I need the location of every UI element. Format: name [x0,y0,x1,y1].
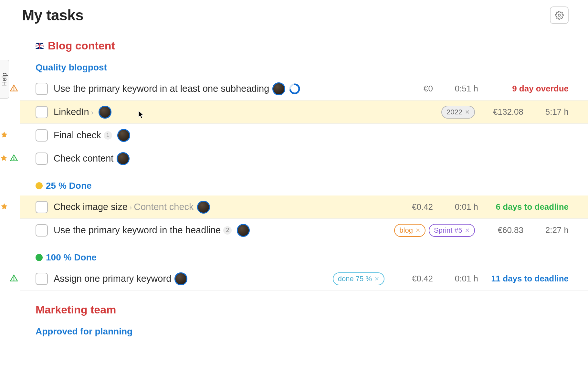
task-cost: €132.08 [488,107,523,117]
task-checkbox[interactable] [36,224,48,237]
task-row[interactable]: Use the primary keyword in at least one … [20,77,588,100]
section-title-label: 100 % Done [46,252,97,263]
task-name[interactable]: Final check [54,130,101,141]
cursor-icon [138,110,144,119]
tag-label: Sprint #5 [434,226,462,235]
section-title[interactable]: Approved for planning [20,326,588,337]
tag-remove-icon[interactable]: ✕ [465,227,470,234]
warning-icon [10,154,18,164]
tag-label: done 75 % [338,275,372,283]
progress-ring [289,83,300,94]
task-name[interactable]: Use the primary keyword in at least one … [54,83,269,94]
task-due: 6 days to deadline [491,202,569,212]
task-row[interactable]: Assign one primary keyworddone 75 %✕€0.4… [20,267,588,290]
gear-icon [555,11,564,20]
flag-icon [36,43,44,49]
assignee-avatar[interactable] [197,201,210,214]
tag[interactable]: done 75 %✕ [333,272,384,285]
task-row[interactable]: Check image size›Content check€0.420:01 … [20,195,588,219]
settings-button[interactable] [550,6,569,24]
tag-remove-icon[interactable]: ✕ [415,227,420,234]
tag-remove-icon[interactable]: ✕ [374,275,379,282]
svg-point-0 [558,14,561,16]
task-row[interactable]: Check content [20,147,588,170]
assignee-avatar[interactable] [99,106,111,119]
task-name[interactable]: LinkedIn› [54,107,95,117]
tag[interactable]: 2022✕ [441,106,475,119]
task-parent-name: Content check [134,202,194,212]
task-cost: €60.83 [488,225,523,235]
assignee-avatar[interactable] [117,152,130,165]
star-icon[interactable] [0,154,8,163]
section-title[interactable]: 100 % Done [20,252,588,263]
assignee-avatar[interactable] [237,224,250,237]
tag-label: blog [399,226,413,235]
svg-point-6 [14,159,14,160]
task-time: 5:17 h [536,107,569,117]
task-time: 0:01 h [446,202,478,212]
task-row[interactable]: Use the primary keyword in the headline2… [20,219,588,242]
chevron-right-icon: › [130,204,132,212]
page-title: My tasks [22,6,83,24]
assignee-avatar[interactable] [174,272,187,285]
warning-icon [10,274,18,284]
star-icon[interactable] [0,131,8,140]
task-checkbox[interactable] [36,106,48,118]
task-row[interactable]: LinkedIn›2022✕€132.085:17 h [20,100,588,124]
task-checkbox[interactable] [36,83,48,95]
tag[interactable]: Sprint #5✕ [429,224,475,237]
subtask-count-badge: 1 [104,131,112,140]
task-due: 11 days to deadline [491,274,569,284]
task-time: 0:51 h [446,84,478,94]
assignee-avatar[interactable] [117,129,130,142]
warning-icon [10,84,18,94]
task-name[interactable]: Use the primary keyword in the headline [54,225,221,236]
task-cost: €0 [397,84,433,94]
section-title-label: 25 % Done [46,181,92,191]
tag[interactable]: blog✕ [394,224,425,237]
task-row[interactable]: Final check1 [20,124,588,147]
tag-remove-icon[interactable]: ✕ [465,109,470,116]
task-cost: €0.42 [397,274,433,284]
assignee-avatar[interactable] [272,82,285,95]
svg-point-2 [14,90,14,90]
status-dot-icon [36,182,43,189]
section-title[interactable]: Quality blogpost [20,62,588,73]
task-checkbox[interactable] [36,201,48,213]
section-title-label: Quality blogpost [36,62,107,72]
status-dot-icon [36,254,43,261]
project-title[interactable]: Marketing team [36,303,116,316]
task-name[interactable]: Check content [54,153,113,164]
section-title-label: Approved for planning [36,326,132,336]
star-icon[interactable] [0,203,8,212]
task-name[interactable]: Assign one primary keyword [54,273,171,284]
chevron-right-icon: › [91,109,93,117]
task-checkbox[interactable] [36,273,48,285]
project-title[interactable]: Blog content [48,39,115,52]
svg-point-8 [14,280,14,280]
task-time: 0:01 h [446,274,478,284]
section-title[interactable]: 25 % Done [20,181,588,191]
subtask-count-badge: 2 [223,226,232,235]
task-name[interactable]: Check image size›Content check [54,202,194,212]
tag-label: 2022 [446,108,462,116]
task-time: 2:27 h [536,225,569,235]
task-checkbox[interactable] [36,153,48,165]
task-checkbox[interactable] [36,129,48,142]
task-cost: €0.42 [397,202,433,212]
task-due: 9 day overdue [491,84,569,94]
